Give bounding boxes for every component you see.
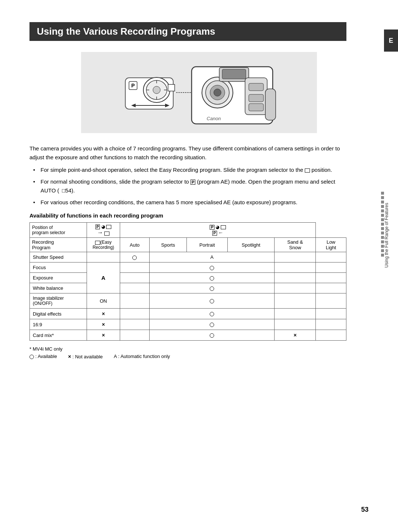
cell-wb-sand <box>275 283 316 293</box>
box-icon <box>305 168 310 173</box>
col-low-light: LowLight <box>316 238 346 252</box>
circle-symbol <box>210 323 214 327</box>
feature-white-balance: White balance <box>30 283 87 293</box>
circle-symbol <box>132 255 137 260</box>
legend: : Available × : Not available A : Automa… <box>29 354 346 359</box>
cell-focus-sand <box>275 262 316 273</box>
col-easy: (EasyRecording) <box>87 238 120 252</box>
cell-shutter-sand <box>275 252 316 262</box>
table-header-row-1: Position ofprogram selector P ◕ → P ◕ P … <box>30 223 346 238</box>
table-row: White balance <box>30 283 346 293</box>
cell-is-low <box>316 293 346 309</box>
cell-169-middle <box>149 319 275 330</box>
bullet-list: For simple point-and-shoot operation, se… <box>29 166 346 207</box>
cell-exposure-auto <box>120 273 150 283</box>
circle-symbol <box>210 266 214 270</box>
dial-icon-2: ◕ <box>216 225 219 230</box>
arrow-right: → <box>97 229 103 236</box>
cell-shutter-auto <box>120 252 150 262</box>
dial-icon-1: ◕ <box>101 224 105 229</box>
side-label-text: Using the Full Range of Features <box>384 203 389 268</box>
circle-symbol <box>210 312 214 316</box>
cell-shutter-low <box>316 252 346 262</box>
circle-symbol <box>210 286 214 291</box>
circle-symbol <box>210 299 214 303</box>
cell-wb-middle <box>149 283 275 293</box>
circle-symbol <box>210 276 214 281</box>
svg-rect-22 <box>249 83 263 91</box>
cell-focus-easy-a: A <box>87 262 120 293</box>
legend-available: : Available <box>29 354 57 359</box>
feature-digital-effects: Digital effects <box>30 309 87 319</box>
cell-shutter-easy <box>87 252 120 262</box>
cell-cm-easy: × <box>87 330 120 341</box>
col-sports: Sports <box>149 238 187 252</box>
cell-wb-low <box>316 283 346 293</box>
cell-de-sand <box>275 309 316 319</box>
svg-rect-24 <box>249 104 263 111</box>
svg-text:P: P <box>131 83 135 88</box>
circle-symbol <box>210 333 214 338</box>
cell-de-auto <box>120 309 150 319</box>
cell-de-easy: × <box>87 309 120 319</box>
page-number: 53 <box>361 506 369 514</box>
x-symbol: × <box>294 332 297 338</box>
x-symbol: × <box>102 332 105 338</box>
feature-image-stab: Image stabilizer (ON/OFF) <box>30 293 87 309</box>
cell-focus-middle <box>149 262 275 273</box>
feature-169: 16:9 <box>30 319 87 330</box>
svg-rect-26 <box>265 89 276 120</box>
p-group-icon: P <box>210 225 214 230</box>
cell-169-sand <box>275 319 316 330</box>
feature-focus: Focus <box>30 262 87 273</box>
cell-exposure-low <box>316 273 346 283</box>
table-row: Digital effects × <box>30 309 346 319</box>
cell-is-easy: ON <box>87 293 120 309</box>
cell-169-auto <box>120 319 150 330</box>
cell-de-low <box>316 309 346 319</box>
box-selector-icon-2 <box>104 232 109 236</box>
feature-shutter: Shutter Speed <box>30 252 87 262</box>
svg-rect-23 <box>249 94 263 102</box>
feature-card-mix: Card mix* <box>30 330 87 341</box>
table-row: 16:9 × <box>30 319 346 330</box>
side-label: Using the Full Range of Features <box>384 203 398 268</box>
bullet-item-2: For normal shooting conditions, slide th… <box>33 177 346 195</box>
x-symbol: × <box>102 311 105 317</box>
col-portrait: Portrait <box>187 238 227 252</box>
box-group-icon <box>221 225 226 229</box>
cell-wb-auto <box>120 283 150 293</box>
header-cell-p-group: P ◕ P ← <box>120 223 316 238</box>
right-tab-label: E <box>389 37 393 45</box>
p-ae-icon: P <box>191 180 195 185</box>
page-title: Using the Various Recording Programs <box>29 22 346 41</box>
bullet-item-1: For simple point-and-shoot operation, se… <box>33 166 346 174</box>
table-row: Focus A <box>30 262 346 273</box>
cell-is-sand <box>275 293 316 309</box>
svg-rect-10 <box>168 84 175 91</box>
cell-focus-low <box>316 262 346 273</box>
legend-auto: A : Automatic function only <box>114 354 170 359</box>
cell-cm-sand: × <box>275 330 316 341</box>
cell-focus-auto <box>120 262 150 273</box>
svg-text:Canon: Canon <box>207 116 221 121</box>
left-arrow: ← <box>218 230 223 236</box>
bullet-item-3: For various other recording conditions, … <box>33 198 346 207</box>
feature-exposure: Exposure <box>30 273 87 283</box>
table-row: Exposure <box>30 273 346 283</box>
page-container: E Using the Full Range of Features Using… <box>0 0 398 532</box>
side-bar-decoration <box>381 192 384 258</box>
cell-is-middle <box>149 293 275 309</box>
header-cell-selector: Position ofprogram selector <box>30 223 87 238</box>
header-cell-easy-selector: P ◕ → <box>87 223 120 238</box>
circle-legend-icon <box>29 355 34 359</box>
recording-program-label: RecordingProgram <box>30 238 87 252</box>
p-selector-icon: P <box>95 225 100 229</box>
legend-not-available: × : Not available <box>68 354 103 359</box>
footnote-star: * MV4i MC only <box>29 346 346 352</box>
cell-169-easy: × <box>87 319 120 330</box>
cell-169-low <box>316 319 346 330</box>
table-row: Shutter Speed A <box>30 252 346 262</box>
col-spotlight: Spotlight <box>227 238 275 252</box>
col-sand-snow: Sand &Snow <box>275 238 316 252</box>
